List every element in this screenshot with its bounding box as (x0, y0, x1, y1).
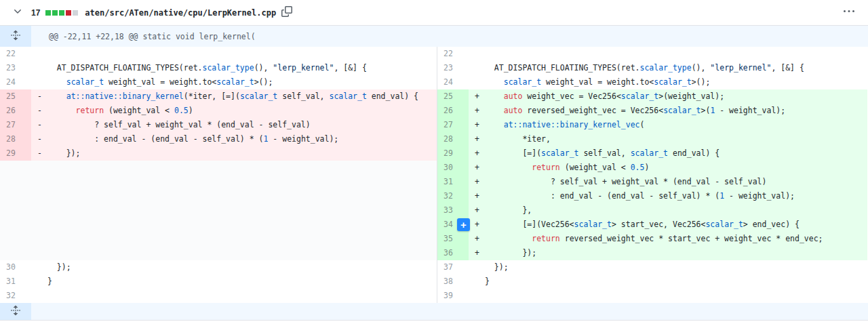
line-number[interactable]: 26 (0, 104, 31, 118)
line-number[interactable]: 27 (437, 118, 469, 132)
diff-marker: + (469, 189, 485, 203)
diff-marker: + (469, 203, 485, 218)
diff-row: 31} (0, 274, 437, 289)
diff-marker (469, 75, 485, 89)
code-token: scalar_t (654, 77, 691, 87)
filler-row (0, 161, 437, 175)
line-number[interactable]: 25 (0, 89, 31, 104)
code-token: reversed_weight_vec = Vec256< (522, 106, 663, 115)
diff-row: 22 (0, 47, 437, 61)
code-token: "lerp_kernel" (710, 63, 771, 73)
code-token: 0.5 (174, 106, 189, 115)
code-token: scalar_t (663, 106, 701, 115)
code-token: scalar_t (329, 91, 366, 101)
code-token: } (47, 277, 52, 286)
filler-row (0, 203, 437, 218)
file-options-button[interactable] (841, 3, 857, 22)
code-token: weight_val = weight.to< (104, 77, 216, 87)
line-number[interactable]: 24 (437, 75, 469, 89)
line-number[interactable]: 33 (437, 203, 469, 218)
diff-row: 26- return (weight_val < 0.5) (0, 104, 437, 118)
diff-row: 26+ auto reversed_weight_vec = Vec256<sc… (437, 104, 867, 118)
copy-path-icon (281, 6, 292, 19)
expand-down-button[interactable] (0, 303, 31, 320)
diff-marker: + (469, 175, 485, 189)
kebab-horizontal-icon (844, 6, 854, 19)
code-token: *iter, (485, 134, 551, 144)
code-token: ( (640, 120, 645, 129)
diff-marker (31, 75, 47, 89)
diff-marker (31, 47, 47, 61)
code-token: (weight_val < (104, 106, 174, 115)
code-token: , [&] { (334, 63, 366, 73)
line-number[interactable]: 32 (437, 189, 469, 203)
line-number[interactable]: 28 (437, 132, 469, 146)
code-token: AT_DISPATCH_FLOATING_TYPES(ret. (47, 63, 202, 73)
line-number[interactable]: 24 (0, 75, 31, 89)
copy-path-button[interactable] (281, 6, 292, 19)
code-line: [=](scalar_t self_val, scalar_t end_val)… (485, 146, 867, 161)
code-token: AT_DISPATCH_FLOATING_TYPES(ret. (485, 63, 639, 73)
code-token: scalar_type (202, 63, 254, 73)
diff-row: 39 (437, 289, 867, 303)
line-number[interactable]: 23 (437, 61, 469, 75)
line-number[interactable]: 39 (437, 289, 469, 303)
expand-hunk-button[interactable] (0, 26, 31, 47)
chevron-down-icon (12, 6, 23, 19)
diff-pane-new: 2223 AT_DISPATCH_FLOATING_TYPES(ret.scal… (437, 47, 867, 303)
line-number[interactable]: 29 (0, 146, 31, 161)
split-diff: 2223 AT_DISPATCH_FLOATING_TYPES(ret.scal… (0, 47, 868, 303)
diff-row: 23 AT_DISPATCH_FLOATING_TYPES(ret.scalar… (0, 61, 437, 75)
code-token: (), (254, 63, 273, 73)
line-number[interactable]: 28 (0, 132, 31, 146)
line-number[interactable]: 29 (437, 146, 469, 161)
line-number[interactable]: 31 (0, 274, 31, 289)
code-token (485, 163, 532, 172)
line-number[interactable]: 32 (0, 289, 31, 303)
line-number[interactable]: 30 (0, 260, 31, 274)
code-line: return (weight_val < 0.5) (485, 161, 867, 175)
line-number[interactable]: 23 (0, 61, 31, 75)
line-number[interactable]: 38 (437, 274, 469, 289)
line-number[interactable]: 25 (437, 89, 469, 104)
diff-row: 37 }); (437, 260, 867, 274)
line-number[interactable]: 31 (437, 175, 469, 189)
diff-marker: - (31, 132, 47, 146)
diff-marker: + (469, 161, 485, 175)
line-number[interactable]: 37 (437, 260, 469, 274)
line-number[interactable]: 22 (0, 47, 31, 61)
code-line: ? self_val + weight_val * (end_val - sel… (47, 118, 437, 132)
code-token: }); (485, 262, 509, 272)
filler-row (0, 189, 437, 203)
code-line: }); (485, 260, 867, 274)
diff-row: 34+ [=](Vec256<scalar_t> start_vec, Vec2… (437, 218, 867, 232)
line-number[interactable]: 35 (437, 232, 469, 246)
file-path-link[interactable]: aten/src/ATen/native/cpu/LerpKernel.cpp (85, 8, 276, 18)
line-number[interactable]: 22 (437, 47, 469, 61)
code-token: }); (485, 248, 536, 258)
diff-marker: + (469, 118, 485, 132)
line-number[interactable]: 26 (437, 104, 469, 118)
diff-marker (31, 274, 47, 289)
line-number[interactable]: 30 (437, 161, 469, 175)
diff-row: 25+ auto weight_vec = Vec256<scalar_t>(w… (437, 89, 867, 104)
collapse-file-button[interactable] (11, 6, 27, 19)
code-line: }); (47, 260, 437, 274)
hunk-header-row: @@ -22,11 +22,18 @@ static void lerp_ker… (0, 26, 868, 47)
code-token: } (485, 277, 490, 286)
add-comment-button[interactable]: + (457, 218, 470, 231)
line-number[interactable]: 36 (437, 246, 469, 260)
code-token: self_val, (578, 148, 630, 158)
diff-marker: + (469, 104, 485, 118)
diff-row: 27+ at::native::binary_kernel_vec( (437, 118, 867, 132)
code-token (485, 91, 504, 101)
code-token: scalar_t (216, 77, 254, 87)
diff-row: 31+ ? self_val + weight_val * (end_val -… (437, 175, 867, 189)
code-token: return (532, 234, 560, 243)
code-token: scalar_t (504, 77, 541, 87)
line-number[interactable]: 27 (0, 118, 31, 132)
code-line: }); (485, 246, 867, 260)
code-token: scalar_t (705, 220, 743, 229)
hunk-header-text: @@ -22,11 +22,18 @@ static void lerp_ker… (31, 26, 868, 47)
code-token: - weight_val); (715, 106, 785, 115)
